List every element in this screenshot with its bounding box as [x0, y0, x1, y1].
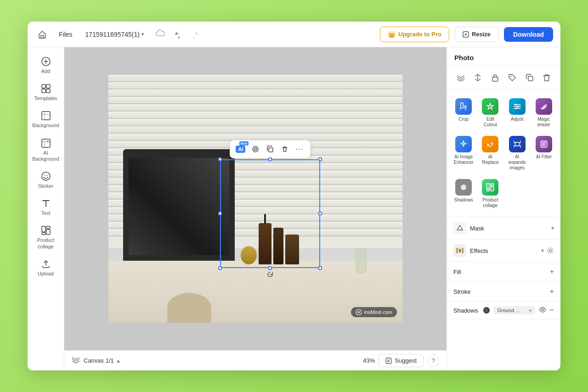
svg-point-16 — [253, 146, 258, 152]
ai-context-button[interactable]: AI New — [234, 142, 248, 156]
files-button[interactable]: Files — [55, 29, 76, 40]
crop-context-button[interactable] — [249, 142, 262, 156]
undo-button[interactable] — [173, 28, 186, 41]
more-context-button[interactable]: ··· — [293, 142, 306, 156]
svg-point-20 — [358, 311, 360, 313]
panel-tools-grid: Crop Edit Cutout — [447, 90, 560, 217]
resize-button[interactable]: Resize — [455, 27, 498, 42]
svg-point-26 — [517, 106, 519, 107]
svg-rect-24 — [528, 76, 533, 81]
panel-lock-icon[interactable] — [488, 70, 503, 85]
laptop-element — [123, 149, 235, 261]
sidebar-item-product-collage[interactable]: Product collage — [30, 222, 62, 253]
effects-section-header[interactable]: Effects ▾ — [453, 244, 554, 257]
mask-section-header[interactable]: Mask ▾ — [453, 222, 554, 235]
filename-display[interactable]: 1715911695745(1) ▾ — [82, 29, 148, 40]
help-button[interactable]: ? — [427, 355, 439, 367]
sidebar-item-templates[interactable]: Templates — [30, 80, 62, 105]
panel-copy-icon[interactable] — [522, 70, 537, 85]
left-sidebar: Add Templates Background — [28, 47, 64, 370]
product-dropper — [259, 223, 271, 264]
canvas-area: AI New — [64, 47, 447, 370]
sidebar-item-background[interactable]: Background — [30, 107, 62, 132]
crown-icon: 👑 — [388, 31, 396, 38]
layers-icon[interactable] — [72, 356, 80, 365]
canvas-content[interactable]: AI New — [64, 47, 447, 350]
svg-rect-36 — [459, 249, 461, 252]
sidebar-item-upload[interactable]: Upload — [30, 255, 62, 280]
mask-section[interactable]: Mask ▾ — [447, 217, 560, 240]
shadow-type-chevron: ▾ — [529, 308, 531, 313]
effects-expand-icon[interactable]: ▾ — [541, 247, 544, 254]
tool-ai-filter[interactable]: AI Filter — [531, 132, 557, 174]
product-bottle-medium — [285, 235, 299, 264]
history-controls — [173, 28, 200, 41]
handle-top-right[interactable] — [318, 157, 322, 161]
canvas-label[interactable]: Canvas 1/1 ▲ — [84, 357, 121, 364]
ai-enhancer-label: AI Image Enhancer — [452, 154, 475, 165]
panel-flip-icon[interactable] — [470, 70, 485, 85]
product-bottle-tall — [273, 228, 283, 264]
download-button[interactable]: Download — [504, 27, 553, 42]
stroke-add-icon[interactable]: + — [550, 287, 554, 296]
shadow-visibility-icon[interactable] — [539, 307, 546, 314]
tool-adjust[interactable]: Adjust — [504, 95, 530, 131]
home-button[interactable] — [35, 27, 50, 42]
tool-magic-eraser[interactable]: Magic eraser — [531, 95, 557, 131]
tool-ai-enhancer[interactable]: AI Image Enhancer — [451, 132, 476, 174]
delete-context-button[interactable] — [278, 142, 292, 156]
svg-point-27 — [515, 107, 517, 109]
upgrade-button[interactable]: 👑 Upgrade to Pro — [380, 27, 449, 42]
panel-delete-icon[interactable] — [539, 70, 554, 85]
tool-shadows[interactable]: Shadows — [451, 175, 476, 212]
panel-tag-icon[interactable] — [505, 70, 520, 85]
cloud-sync-icon[interactable] — [155, 29, 165, 39]
svg-rect-0 — [41, 35, 44, 38]
product-items — [220, 181, 320, 268]
svg-rect-7 — [42, 112, 50, 120]
fill-add-icon[interactable]: + — [550, 268, 554, 276]
app-window: Files 1715911695745(1) ▾ — [28, 22, 560, 370]
sidebar-item-sticker[interactable]: Sticker — [30, 168, 62, 193]
canvas-image[interactable]: AI New — [108, 75, 402, 323]
panel-layers-icon[interactable] — [453, 70, 468, 85]
sidebar-item-add[interactable]: Add — [30, 53, 62, 78]
suggest-button[interactable]: Suggest — [379, 354, 424, 367]
ai-replace-icon — [482, 136, 498, 152]
handle-top-middle[interactable] — [268, 157, 272, 161]
crop-icon — [455, 98, 472, 115]
redo-button[interactable] — [187, 28, 200, 41]
right-panel: Photo — [447, 47, 560, 370]
canvas-bottom-bar: Canvas 1/1 ▲ 43% Suggest ? — [64, 350, 447, 370]
duplicate-context-button[interactable] — [263, 142, 277, 156]
tool-crop[interactable]: Crop — [451, 95, 476, 131]
tool-ai-expands[interactable]: AI expands images — [504, 132, 530, 174]
effects-section[interactable]: Effects ▾ — [447, 240, 560, 262]
tool-edit-cutout[interactable]: Edit Cutout — [477, 95, 503, 131]
stroke-section[interactable]: Stroke + — [447, 282, 560, 302]
svg-point-17 — [254, 148, 256, 150]
mask-expand-icon[interactable]: ▾ — [551, 225, 554, 231]
main-area: Add Templates Background — [28, 47, 560, 370]
sidebar-item-add-label: Add — [41, 68, 51, 74]
rotate-handle[interactable] — [266, 270, 275, 279]
shadow-type-selector[interactable]: Ground ... ▾ — [493, 306, 535, 314]
magic-eraser-icon — [536, 98, 552, 115]
svg-rect-4 — [46, 84, 50, 88]
chevron-down-icon: ▾ — [141, 31, 144, 37]
svg-rect-31 — [486, 184, 490, 188]
header: Files 1715911695745(1) ▾ — [28, 22, 560, 47]
tool-product-collage[interactable]: Product collage — [477, 175, 503, 212]
effects-settings-icon[interactable] — [547, 247, 554, 254]
product-selection[interactable]: AI New — [220, 159, 320, 269]
effects-icon — [453, 244, 466, 257]
sidebar-item-text[interactable]: Text — [30, 195, 62, 220]
fill-section[interactable]: Fill + — [447, 262, 560, 282]
svg-rect-33 — [491, 186, 494, 191]
shadow-remove-icon[interactable]: − — [549, 306, 554, 314]
handle-top-left[interactable] — [218, 157, 222, 161]
tool-ai-replace[interactable]: AI Replace — [477, 132, 503, 174]
sidebar-item-upload-label: Upload — [38, 271, 54, 277]
sidebar-item-ai-background[interactable]: AI Background — [30, 134, 62, 166]
sidebar-item-ai-background-label: AI Background — [32, 150, 59, 162]
